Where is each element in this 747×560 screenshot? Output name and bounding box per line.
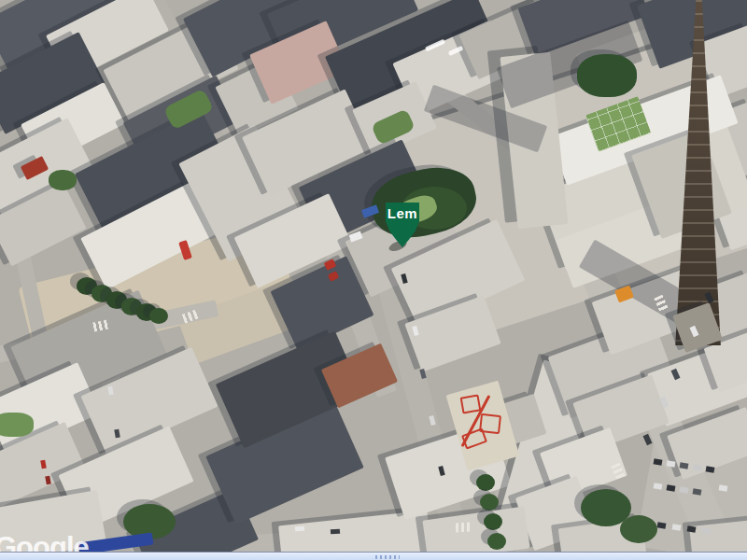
bottom-panel-edge [0, 552, 747, 560]
vehicle [654, 458, 663, 465]
tree-cluster [577, 54, 637, 97]
tree [49, 170, 77, 190]
map-marker-lem[interactable]: Lem [386, 203, 419, 247]
tree [476, 474, 495, 491]
vehicle [667, 484, 676, 491]
tree [484, 513, 502, 530]
marker-shield-icon: Lem [386, 203, 419, 247]
vehicle [702, 527, 712, 534]
marker-label: Lem [388, 205, 417, 247]
vehicle [657, 522, 667, 528]
vehicle [693, 488, 702, 495]
vehicle [331, 529, 340, 535]
vehicle [667, 460, 676, 467]
aerial-map-canvas[interactable] [0, 0, 747, 553]
tree [487, 533, 506, 550]
vehicle [680, 462, 689, 469]
vehicle [706, 466, 715, 472]
vehicle [672, 524, 682, 530]
crosswalk [456, 522, 472, 532]
drag-grip-icon[interactable] [375, 555, 400, 559]
application-window: Lem Google [0, 0, 747, 560]
vehicle [680, 486, 689, 493]
tree [480, 494, 499, 511]
vehicle [295, 526, 304, 532]
vehicle [654, 483, 663, 489]
tree-cluster [620, 515, 657, 543]
vehicle [687, 525, 697, 532]
vehicle [693, 464, 702, 470]
grass [0, 413, 34, 437]
vehicle [719, 484, 728, 491]
tree [149, 308, 168, 324]
